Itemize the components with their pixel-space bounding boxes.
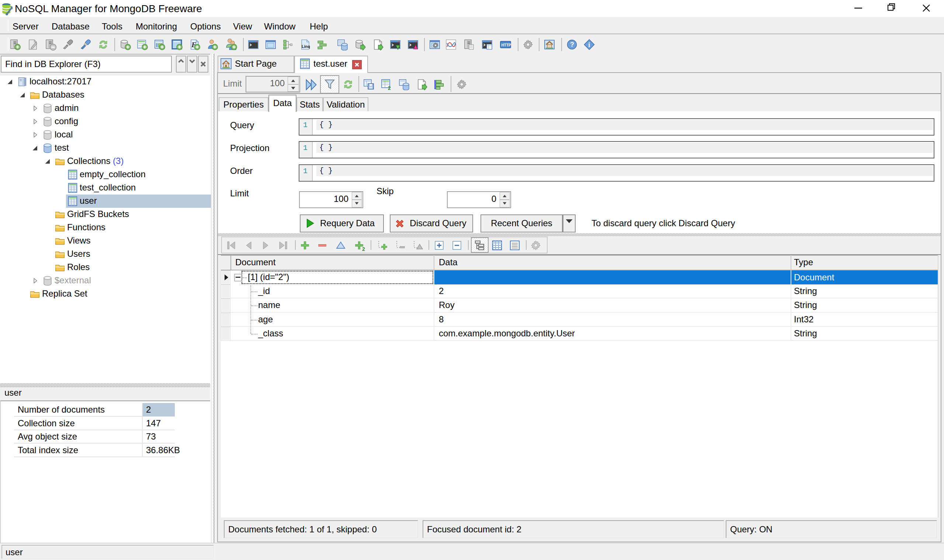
svg-text:i: i bbox=[588, 41, 590, 49]
svg-text:HTTP: HTTP bbox=[501, 43, 511, 47]
svg-text:Linq: Linq bbox=[302, 44, 310, 49]
svg-text:2: 2 bbox=[388, 85, 391, 90]
svg-text:?: ? bbox=[570, 41, 574, 48]
svg-text:2: 2 bbox=[362, 246, 365, 251]
